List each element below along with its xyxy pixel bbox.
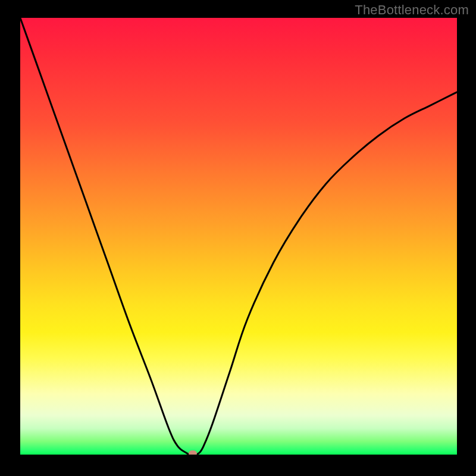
plot-area: [20, 18, 457, 455]
curve-svg: [20, 18, 457, 455]
minimum-marker: [189, 450, 197, 455]
chart-container: TheBottleneck.com: [0, 0, 476, 476]
watermark-text: TheBottleneck.com: [355, 2, 469, 18]
bottleneck-curve: [20, 18, 457, 455]
